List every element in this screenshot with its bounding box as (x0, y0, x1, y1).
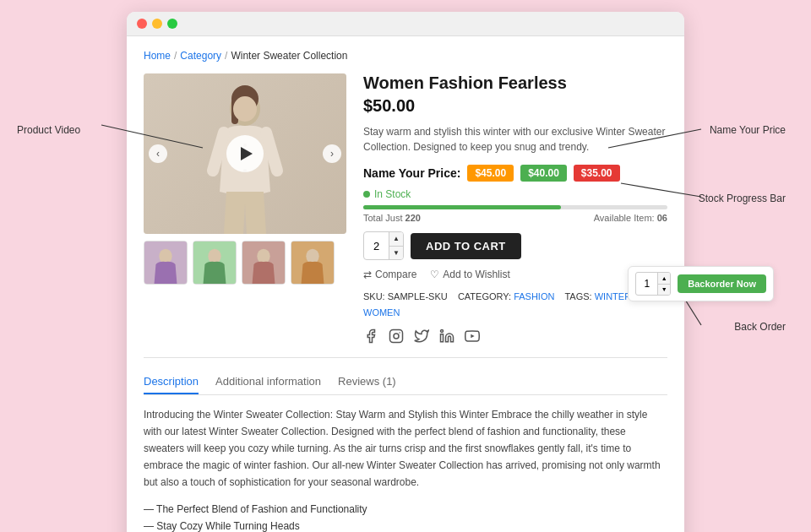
heart-icon: ♡ (430, 269, 439, 280)
next-image-arrow[interactable]: › (323, 144, 341, 163)
main-product-image: ‹ › (144, 73, 346, 234)
quantity-down-button[interactable]: ▼ (389, 247, 403, 260)
facebook-icon[interactable] (363, 328, 380, 345)
stock-bar-fill (363, 205, 561, 209)
backorder-widget: 1 ▲ ▼ Backorder Now (628, 266, 774, 301)
category-link[interactable]: FASHION (514, 291, 554, 301)
category-label: CATEGORY: (458, 291, 511, 301)
stock-progress-bar (363, 205, 667, 209)
in-stock-dot (363, 191, 370, 198)
stock-progress-section: Total Just 220 Available Item: 06 (363, 205, 667, 223)
stock-total-label: Total Just 220 (363, 213, 421, 223)
in-stock-status: In Stock (363, 188, 667, 200)
thumb-img-4 (291, 242, 334, 284)
description-bullets: — The Perfect Blend of Fashion and Funct… (144, 501, 667, 532)
name-price-label: Name Your Price: (363, 166, 460, 180)
annotation-backorder: Back Order (734, 321, 786, 333)
stock-info-row: Total Just 220 Available Item: 06 (363, 213, 667, 223)
wishlist-link[interactable]: ♡ Add to Wishlist (430, 269, 509, 280)
svg-rect-18 (441, 334, 444, 342)
page-content: Home / Category / Winter Sweater Collect… (127, 36, 684, 532)
window-minimize-dot[interactable] (152, 19, 162, 29)
backorder-qty-buttons: ▲ ▼ (658, 273, 670, 295)
thumbnail-2[interactable] (193, 241, 237, 285)
breadcrumb-home[interactable]: Home (144, 50, 171, 62)
browser-title-bar (127, 12, 684, 36)
product-details-col: Women Fashion Fearless $50.00 Stay warm … (363, 73, 667, 345)
product-tabs: Description Additional information Revie… (144, 370, 667, 395)
play-video-button[interactable] (226, 135, 264, 172)
add-to-cart-row: 2 ▲ ▼ ADD TO CART (363, 231, 667, 260)
thumb-img-2 (193, 242, 236, 284)
product-layout: ‹ › (144, 73, 667, 345)
section-divider (144, 357, 667, 358)
annotation-product-video: Product Video (17, 124, 80, 136)
sku-value: SAMPLE-SKU (388, 291, 448, 301)
twitter-icon[interactable] (414, 328, 431, 345)
svg-point-16 (394, 334, 399, 339)
breadcrumb: Home / Category / Winter Sweater Collect… (144, 50, 667, 62)
svg-point-12 (257, 249, 269, 263)
annotation-name-price: Name Your Price (710, 124, 786, 136)
svg-point-14 (306, 249, 318, 263)
backorder-qty-up[interactable]: ▲ (658, 273, 670, 285)
stock-available-label: Available Item: 06 (594, 213, 667, 223)
quantity-control: 2 ▲ ▼ (363, 231, 404, 260)
bullet-2: — Stay Cozy While Turning Heads (144, 518, 667, 532)
price-badge-2[interactable]: $40.00 (520, 165, 567, 182)
product-title: Women Fashion Fearless (363, 73, 667, 93)
tags-label: TAGS: (564, 291, 591, 301)
thumb-img-3 (242, 242, 285, 284)
breadcrumb-sep1: / (174, 50, 177, 62)
in-stock-label: In Stock (374, 188, 411, 200)
thumbnail-4[interactable] (291, 241, 335, 285)
action-links: ⇄ Compare ♡ Add to Wishlist (363, 269, 667, 280)
backorder-qty-value: 1 (636, 273, 658, 295)
add-to-cart-button[interactable]: ADD TO CART (411, 233, 521, 259)
backorder-qty-control: 1 ▲ ▼ (635, 272, 671, 296)
svg-point-10 (208, 249, 220, 263)
linkedin-icon[interactable] (439, 328, 456, 345)
browser-window: Home / Category / Winter Sweater Collect… (127, 12, 684, 532)
svg-rect-15 (390, 330, 403, 343)
product-description: Stay warm and stylish this winter with o… (363, 124, 667, 155)
page-wrapper: Product Video Name Your Price Stock Prog… (0, 0, 811, 532)
tab-additional-info[interactable]: Additional information (215, 370, 321, 394)
breadcrumb-sep2: / (225, 50, 227, 62)
youtube-icon[interactable] (465, 328, 482, 345)
tab-description[interactable]: Description (144, 370, 199, 394)
bullet-1: — The Perfect Blend of Fashion and Funct… (144, 501, 667, 518)
name-your-price-row: Name Your Price: $45.00 $40.00 $35.00 (363, 165, 667, 182)
svg-marker-20 (471, 334, 474, 339)
thumb-img-1 (144, 242, 187, 284)
svg-point-3 (233, 96, 257, 122)
quantity-up-button[interactable]: ▲ (389, 232, 403, 247)
description-intro: Introducing the Winter Sweater Collectio… (144, 407, 667, 491)
svg-point-8 (159, 249, 171, 263)
play-triangle-icon (241, 147, 253, 160)
quantity-button-col: ▲ ▼ (389, 232, 403, 259)
svg-point-17 (399, 333, 400, 334)
annotation-stock-bar: Stock Progress Bar (699, 193, 786, 204)
window-maximize-dot[interactable] (167, 19, 177, 29)
backorder-now-button[interactable]: Backorder Now (678, 274, 766, 293)
quantity-value: 2 (364, 232, 389, 259)
svg-point-19 (441, 330, 444, 333)
compare-icon: ⇄ (363, 269, 372, 280)
backorder-qty-down[interactable]: ▼ (658, 285, 670, 296)
thumbnail-3[interactable] (242, 241, 286, 285)
price-badge-1[interactable]: $45.00 (467, 165, 514, 182)
breadcrumb-current: Winter Sweater Collection (231, 50, 347, 62)
prev-image-arrow[interactable]: ‹ (149, 144, 167, 163)
compare-link[interactable]: ⇄ Compare (363, 269, 416, 280)
window-close-dot[interactable] (137, 19, 147, 29)
description-content: Introducing the Winter Sweater Collectio… (144, 407, 667, 532)
breadcrumb-category[interactable]: Category (180, 50, 221, 62)
sku-label: SKU: (363, 291, 385, 301)
tab-reviews[interactable]: Reviews (1) (338, 370, 396, 394)
product-thumbnails (144, 241, 346, 285)
instagram-icon[interactable] (389, 328, 406, 345)
product-meta: SKU: SAMPLE-SKU CATEGORY: FASHION TAGS: … (363, 289, 667, 320)
thumbnail-1[interactable] (144, 241, 188, 285)
price-badge-3[interactable]: $35.00 (574, 165, 620, 182)
